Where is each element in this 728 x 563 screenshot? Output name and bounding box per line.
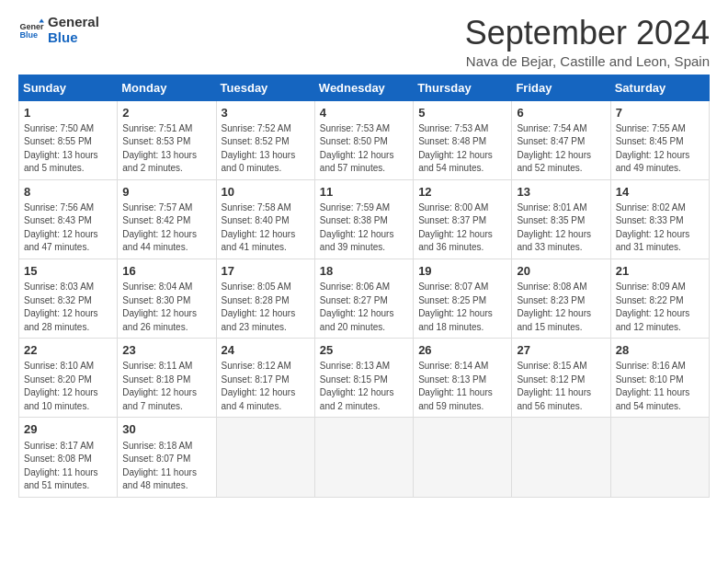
day-detail: Sunrise: 7:58 AM Sunset: 8:40 PM Dayligh… — [222, 201, 310, 255]
day-detail: Sunrise: 7:53 AM Sunset: 8:50 PM Dayligh… — [320, 122, 408, 176]
day-detail: Sunrise: 8:15 AM Sunset: 8:12 PM Dayligh… — [517, 360, 605, 413]
calendar-day-28: 28Sunrise: 8:16 AM Sunset: 8:10 PM Dayli… — [610, 339, 709, 418]
day-detail: Sunrise: 8:04 AM Sunset: 8:30 PM Dayligh… — [122, 281, 210, 334]
calendar-empty-cell — [216, 418, 314, 497]
day-detail: Sunrise: 7:56 AM Sunset: 8:43 PM Dayligh… — [24, 201, 112, 255]
day-detail: Sunrise: 8:03 AM Sunset: 8:32 PM Dayligh… — [24, 281, 112, 334]
day-number: 20 — [517, 263, 605, 280]
calendar-day-1: 1Sunrise: 7:50 AM Sunset: 8:55 PM Daylig… — [19, 100, 118, 179]
calendar-week-2: 8Sunrise: 7:56 AM Sunset: 8:43 PM Daylig… — [19, 179, 710, 259]
calendar-header-friday: Friday — [512, 75, 610, 100]
calendar-week-3: 15Sunrise: 8:03 AM Sunset: 8:32 PM Dayli… — [19, 259, 710, 338]
calendar-day-11: 11Sunrise: 7:59 AM Sunset: 8:38 PM Dayli… — [314, 179, 413, 259]
calendar-header-tuesday: Tuesday — [216, 75, 314, 100]
calendar-day-26: 26Sunrise: 8:14 AM Sunset: 8:13 PM Dayli… — [414, 339, 512, 418]
day-detail: Sunrise: 7:57 AM Sunset: 8:42 PM Dayligh… — [122, 201, 210, 255]
calendar-table: SundayMondayTuesdayWednesdayThursdayFrid… — [18, 75, 710, 498]
logo-icon: General Blue — [18, 17, 44, 43]
day-detail: Sunrise: 7:54 AM Sunset: 8:47 PM Dayligh… — [517, 122, 605, 176]
calendar-header-row: SundayMondayTuesdayWednesdayThursdayFrid… — [19, 75, 710, 100]
day-detail: Sunrise: 8:09 AM Sunset: 8:22 PM Dayligh… — [616, 281, 704, 334]
calendar-day-14: 14Sunrise: 8:02 AM Sunset: 8:33 PM Dayli… — [610, 179, 709, 259]
calendar-day-22: 22Sunrise: 8:10 AM Sunset: 8:20 PM Dayli… — [19, 339, 118, 418]
day-number: 16 — [122, 263, 210, 280]
title-block: September 2024 Nava de Bejar, Castille a… — [465, 15, 710, 69]
day-detail: Sunrise: 7:55 AM Sunset: 8:45 PM Dayligh… — [616, 122, 704, 176]
day-number: 9 — [122, 184, 210, 201]
logo-blue: Blue — [48, 30, 99, 46]
calendar-day-16: 16Sunrise: 8:04 AM Sunset: 8:30 PM Dayli… — [118, 259, 216, 338]
calendar-header-saturday: Saturday — [610, 75, 709, 100]
day-number: 2 — [122, 105, 210, 121]
calendar-day-24: 24Sunrise: 8:12 AM Sunset: 8:17 PM Dayli… — [216, 339, 314, 418]
day-detail: Sunrise: 8:07 AM Sunset: 8:25 PM Dayligh… — [418, 281, 506, 334]
calendar-day-23: 23Sunrise: 8:11 AM Sunset: 8:18 PM Dayli… — [118, 339, 216, 418]
svg-text:Blue: Blue — [19, 30, 38, 40]
day-detail: Sunrise: 8:16 AM Sunset: 8:10 PM Dayligh… — [616, 360, 704, 413]
calendar-week-5: 29Sunrise: 8:17 AM Sunset: 8:08 PM Dayli… — [19, 418, 710, 497]
day-number: 22 — [24, 342, 112, 359]
calendar-day-8: 8Sunrise: 7:56 AM Sunset: 8:43 PM Daylig… — [19, 179, 118, 259]
logo: General Blue General Blue — [18, 15, 99, 45]
calendar-day-2: 2Sunrise: 7:51 AM Sunset: 8:53 PM Daylig… — [118, 100, 216, 179]
calendar-week-4: 22Sunrise: 8:10 AM Sunset: 8:20 PM Dayli… — [19, 339, 710, 418]
day-detail: Sunrise: 8:00 AM Sunset: 8:37 PM Dayligh… — [418, 201, 506, 255]
day-detail: Sunrise: 8:17 AM Sunset: 8:08 PM Dayligh… — [24, 440, 112, 493]
calendar-day-20: 20Sunrise: 8:08 AM Sunset: 8:23 PM Dayli… — [512, 259, 610, 338]
day-detail: Sunrise: 8:05 AM Sunset: 8:28 PM Dayligh… — [222, 281, 310, 334]
day-number: 24 — [222, 342, 310, 359]
day-detail: Sunrise: 8:13 AM Sunset: 8:15 PM Dayligh… — [320, 360, 408, 413]
page: General Blue General Blue September 2024… — [0, 0, 728, 563]
day-detail: Sunrise: 7:52 AM Sunset: 8:52 PM Dayligh… — [222, 122, 310, 176]
svg-text:General: General — [19, 21, 44, 30]
calendar-header-thursday: Thursday — [414, 75, 512, 100]
day-number: 10 — [222, 184, 310, 201]
day-number: 15 — [24, 263, 112, 280]
calendar-day-3: 3Sunrise: 7:52 AM Sunset: 8:52 PM Daylig… — [216, 100, 314, 179]
day-number: 19 — [418, 263, 506, 280]
day-detail: Sunrise: 8:01 AM Sunset: 8:35 PM Dayligh… — [517, 201, 605, 255]
day-detail: Sunrise: 8:02 AM Sunset: 8:33 PM Dayligh… — [616, 201, 704, 255]
header: General Blue General Blue September 2024… — [18, 15, 710, 69]
day-number: 25 — [320, 342, 408, 359]
calendar-day-30: 30Sunrise: 8:18 AM Sunset: 8:07 PM Dayli… — [118, 418, 216, 497]
day-detail: Sunrise: 7:50 AM Sunset: 8:55 PM Dayligh… — [24, 122, 112, 176]
calendar-day-9: 9Sunrise: 7:57 AM Sunset: 8:42 PM Daylig… — [118, 179, 216, 259]
calendar-day-12: 12Sunrise: 8:00 AM Sunset: 8:37 PM Dayli… — [414, 179, 512, 259]
calendar-header-monday: Monday — [118, 75, 216, 100]
calendar-empty-cell — [314, 418, 413, 497]
day-number: 14 — [616, 184, 704, 201]
calendar-week-1: 1Sunrise: 7:50 AM Sunset: 8:55 PM Daylig… — [19, 100, 710, 179]
logo-general: General — [48, 15, 99, 30]
calendar-day-15: 15Sunrise: 8:03 AM Sunset: 8:32 PM Dayli… — [19, 259, 118, 338]
day-number: 21 — [616, 263, 704, 280]
day-number: 3 — [222, 105, 310, 121]
day-detail: Sunrise: 7:59 AM Sunset: 8:38 PM Dayligh… — [320, 201, 408, 255]
day-number: 7 — [616, 105, 704, 121]
day-number: 4 — [320, 105, 408, 121]
day-number: 26 — [418, 342, 506, 359]
calendar-day-29: 29Sunrise: 8:17 AM Sunset: 8:08 PM Dayli… — [19, 418, 118, 497]
day-number: 28 — [616, 342, 704, 359]
day-detail: Sunrise: 7:51 AM Sunset: 8:53 PM Dayligh… — [122, 122, 210, 176]
calendar-header-sunday: Sunday — [19, 75, 118, 100]
location-title: Nava de Bejar, Castille and Leon, Spain — [465, 53, 710, 69]
day-number: 6 — [517, 105, 605, 121]
calendar-header-wednesday: Wednesday — [314, 75, 413, 100]
day-number: 8 — [24, 184, 112, 201]
day-detail: Sunrise: 8:14 AM Sunset: 8:13 PM Dayligh… — [418, 360, 506, 413]
day-number: 1 — [24, 105, 112, 121]
calendar-day-21: 21Sunrise: 8:09 AM Sunset: 8:22 PM Dayli… — [610, 259, 709, 338]
calendar-day-19: 19Sunrise: 8:07 AM Sunset: 8:25 PM Dayli… — [414, 259, 512, 338]
month-title: September 2024 — [465, 15, 710, 52]
day-number: 11 — [320, 184, 408, 201]
calendar-day-6: 6Sunrise: 7:54 AM Sunset: 8:47 PM Daylig… — [512, 100, 610, 179]
calendar-day-27: 27Sunrise: 8:15 AM Sunset: 8:12 PM Dayli… — [512, 339, 610, 418]
calendar-empty-cell — [512, 418, 610, 497]
day-number: 13 — [517, 184, 605, 201]
calendar-day-17: 17Sunrise: 8:05 AM Sunset: 8:28 PM Dayli… — [216, 259, 314, 338]
calendar-day-25: 25Sunrise: 8:13 AM Sunset: 8:15 PM Dayli… — [314, 339, 413, 418]
calendar-day-10: 10Sunrise: 7:58 AM Sunset: 8:40 PM Dayli… — [216, 179, 314, 259]
calendar-day-18: 18Sunrise: 8:06 AM Sunset: 8:27 PM Dayli… — [314, 259, 413, 338]
day-detail: Sunrise: 8:06 AM Sunset: 8:27 PM Dayligh… — [320, 281, 408, 334]
